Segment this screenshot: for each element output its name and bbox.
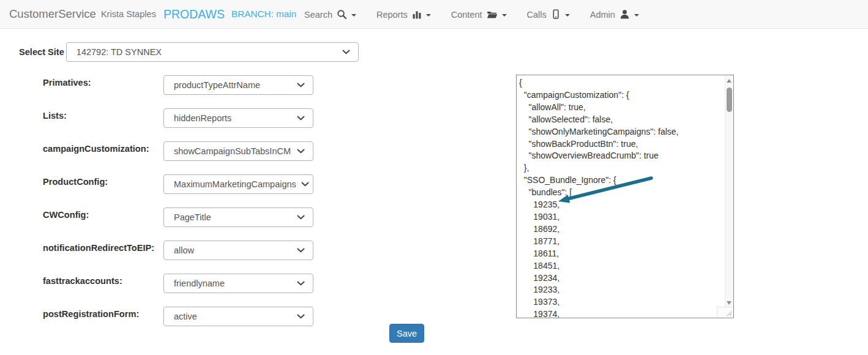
nav-item-reports[interactable]: Reports: [376, 10, 431, 20]
chevron-down-icon: [297, 248, 305, 253]
chevron-down-icon: [297, 314, 305, 319]
main-nav: Search Reports Content: [304, 0, 639, 29]
select-value: productTypeAttrName: [174, 80, 260, 90]
json-content: { "campaignCustomization": { "allowAll":…: [517, 75, 733, 318]
select-value: active: [174, 312, 197, 321]
nav-item-label: Admin: [590, 10, 615, 20]
select-value: hiddenReports: [174, 113, 231, 123]
chevron-down-icon: [297, 281, 305, 286]
chevron-down-icon: [297, 83, 305, 88]
select-value: MaximumMarketingCampaigns: [174, 179, 296, 189]
caret-down-icon: [426, 14, 431, 17]
top-navbar: CustomerService Krista Staples PRODAWS B…: [0, 0, 868, 29]
folder-icon: [487, 10, 498, 20]
field-row-fasttrack-accounts: fasttrackaccounts: friendlyname: [43, 274, 313, 293]
nav-item-label: Search: [304, 10, 332, 20]
caret-down-icon: [634, 14, 639, 17]
field-label-product-config: ProductConfig:: [43, 174, 163, 187]
field-row-post-registration: postRegistrationForm: active: [43, 307, 313, 326]
notification-redirect-select[interactable]: allow: [163, 241, 313, 260]
field-row-lists: Lists: hiddenReports: [43, 108, 313, 128]
chevron-down-icon: [297, 215, 305, 220]
chevron-down-icon: [297, 116, 305, 121]
field-label-fasttrack-accounts: fasttrackaccounts:: [43, 274, 163, 286]
environment-label: PRODAWS: [163, 7, 225, 21]
field-label-notification-redirect: notificationRedirectToEIP:: [43, 241, 163, 253]
branch-label: BRANCH: main: [231, 9, 296, 20]
field-label-campaign-customization: campaignCustomization:: [43, 141, 163, 154]
chevron-down-icon: [301, 182, 309, 187]
phone-icon: [551, 9, 561, 20]
field-row-primatives: Primatives: productTypeAttrName: [43, 75, 313, 95]
field-row-cw-config: CWConfig: PageTitle: [43, 207, 313, 227]
select-value: PageTitle: [174, 212, 211, 222]
scroll-up-icon[interactable]: [727, 79, 731, 83]
resize-grip-icon[interactable]: [717, 307, 733, 318]
site-select-value: 142792: TD SYNNEX: [77, 47, 162, 57]
scrollbar-track[interactable]: [725, 75, 733, 308]
field-label-lists: Lists:: [43, 108, 163, 121]
post-registration-select[interactable]: active: [163, 307, 313, 326]
nav-item-calls[interactable]: Calls: [527, 9, 570, 20]
nav-item-search[interactable]: Search: [304, 9, 356, 20]
select-site-label: Select Site: [19, 47, 64, 57]
select-value: showCampaignSubTabsInCM: [174, 146, 291, 156]
settings-form: Primatives: productTypeAttrName Lists: h…: [43, 75, 313, 326]
site-selector-row: Select Site 142792: TD SYNNEX: [19, 42, 359, 62]
caret-down-icon: [565, 14, 570, 17]
chevron-down-icon: [342, 50, 350, 54]
bar-chart-icon: [412, 10, 422, 20]
search-icon: [337, 9, 347, 20]
field-row-product-config: ProductConfig: MaximumMarketingCampaigns: [43, 174, 313, 194]
scroll-down-icon[interactable]: [727, 301, 731, 305]
nav-item-label: Content: [451, 10, 482, 20]
site-select[interactable]: 142792: TD SYNNEX: [66, 42, 359, 62]
user-icon: [619, 9, 630, 20]
campaign-customization-select[interactable]: showCampaignSubTabsInCM: [163, 141, 313, 161]
field-label-cw-config: CWConfig:: [43, 207, 163, 220]
json-textarea[interactable]: { "campaignCustomization": { "allowAll":…: [516, 75, 734, 318]
field-row-notification-redirect: notificationRedirectToEIP: allow: [43, 241, 313, 260]
primatives-select[interactable]: productTypeAttrName: [163, 75, 313, 95]
caret-down-icon: [351, 14, 356, 17]
field-label-post-registration: postRegistrationForm:: [43, 307, 163, 319]
caret-down-icon: [502, 14, 507, 17]
nav-item-content[interactable]: Content: [451, 10, 507, 20]
lists-select[interactable]: hiddenReports: [163, 108, 313, 128]
nav-item-label: Calls: [527, 10, 547, 20]
product-config-select[interactable]: MaximumMarketingCampaigns: [163, 174, 313, 194]
field-label-primatives: Primatives:: [43, 75, 163, 88]
select-value: allow: [174, 245, 194, 255]
cw-config-select[interactable]: PageTitle: [163, 207, 313, 227]
app-title[interactable]: CustomerService: [9, 7, 96, 21]
nav-item-admin[interactable]: Admin: [590, 9, 639, 20]
scrollbar-thumb[interactable]: [727, 88, 732, 112]
chevron-down-icon: [297, 149, 305, 154]
fasttrack-accounts-select[interactable]: friendlyname: [163, 274, 313, 293]
nav-item-label: Reports: [376, 10, 408, 20]
select-value: friendlyname: [174, 278, 225, 288]
field-row-campaign-customization: campaignCustomization: showCampaignSubTa…: [43, 141, 313, 161]
user-name: Krista Staples: [101, 9, 156, 19]
save-button[interactable]: Save: [389, 324, 424, 343]
